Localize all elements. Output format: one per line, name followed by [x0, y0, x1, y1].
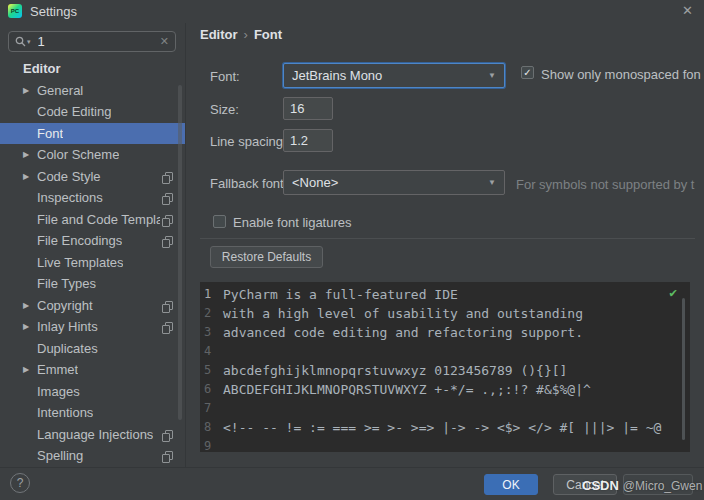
search-icon — [15, 36, 26, 47]
shared-settings-icon — [162, 215, 173, 226]
sidebar-item-copyright[interactable]: ▶Copyright — [0, 295, 185, 317]
preview-text: ABCDEFGHIJKLMNOPQRSTUVWXYZ +-*/= .,;:!? … — [223, 380, 591, 399]
sidebar-item-file-and-code-templates[interactable]: File and Code Templates — [0, 209, 185, 231]
sidebar-item-general[interactable]: ▶General — [0, 80, 185, 102]
chevron-right-icon[interactable]: ▶ — [23, 150, 37, 159]
preview-text: with a high level of usability and outst… — [223, 304, 583, 323]
checkmark-icon: ✓ — [523, 68, 531, 78]
sidebar-item-label: File Encodings — [37, 233, 122, 248]
close-icon[interactable]: ✕ — [682, 4, 693, 17]
preview-text: abcdefghijklmnopqrstuvwxyz 0123456789 ()… — [223, 361, 567, 380]
chevron-right-icon[interactable]: ▶ — [23, 365, 37, 374]
title-bar: PC Settings ✕ — [0, 0, 704, 22]
sidebar-item-label: Live Templates — [37, 255, 123, 270]
font-family-select[interactable]: JetBrains Mono ▼ — [283, 63, 505, 88]
line-number: 3 — [200, 323, 215, 342]
font-family-value: JetBrains Mono — [292, 68, 382, 83]
cancel-button[interactable]: Cancel — [553, 474, 617, 495]
preview-line: 7 — [200, 399, 690, 418]
sidebar-item-code-editing[interactable]: Code Editing — [0, 101, 185, 123]
sidebar-item-font[interactable]: Font — [0, 123, 185, 145]
preview-line: 2with a high level of usability and outs… — [200, 304, 690, 323]
window-title: Settings — [30, 4, 77, 19]
chevron-right-icon[interactable]: ▶ — [23, 301, 37, 310]
search-input[interactable] — [36, 33, 160, 50]
sidebar-divider — [185, 23, 186, 467]
preview-line: 3advanced code editing and refactoring s… — [200, 323, 690, 342]
analysis-ok-icon: ✔ — [669, 285, 677, 300]
pycharm-logo-icon: PC — [8, 4, 22, 18]
fallback-font-select[interactable]: <None> ▼ — [283, 170, 505, 195]
search-history-arrow-icon[interactable]: ▾ — [27, 38, 31, 46]
shared-settings-icon — [162, 322, 173, 333]
chevron-down-icon: ▼ — [488, 71, 496, 80]
breadcrumb-parent[interactable]: Editor — [200, 27, 238, 42]
line-number: 1 — [200, 285, 215, 304]
preview-text: PyCharm is a full-featured IDE — [223, 285, 458, 304]
line-number: 8 — [200, 418, 215, 437]
chevron-right-icon[interactable]: ▶ — [23, 322, 37, 331]
sidebar-item-editor[interactable]: Editor — [0, 58, 185, 80]
sidebar-item-label: Copyright — [37, 298, 93, 313]
sidebar-item-label: Images — [37, 384, 80, 399]
font-label: Font: — [210, 69, 240, 84]
line-number: 2 — [200, 304, 215, 323]
preview-line: 1PyCharm is a full-featured IDE — [200, 285, 690, 304]
sidebar-item-label: Code Style — [37, 169, 101, 184]
monospaced-only-label[interactable]: Show only monospaced fon — [541, 67, 701, 82]
shared-settings-icon — [162, 236, 173, 247]
chevron-right-icon[interactable]: ▶ — [23, 86, 37, 95]
breadcrumb-separator: › — [238, 27, 254, 42]
sidebar-item-code-style[interactable]: ▶Code Style — [0, 166, 185, 188]
help-button[interactable]: ? — [10, 473, 30, 493]
fallback-font-label: Fallback font: — [210, 176, 287, 191]
apply-button[interactable] — [623, 474, 693, 495]
sidebar-item-spelling[interactable]: Spelling — [0, 445, 185, 467]
sidebar-item-label: Font — [37, 126, 63, 141]
size-field[interactable] — [283, 97, 333, 120]
line-spacing-field[interactable] — [283, 129, 333, 152]
sidebar-scrollbar[interactable] — [178, 85, 182, 420]
preview-scrollbar[interactable] — [682, 298, 685, 440]
sidebar-item-images[interactable]: Images — [0, 381, 185, 403]
shared-settings-icon — [162, 193, 173, 204]
sidebar-item-file-encodings[interactable]: File Encodings — [0, 230, 185, 252]
preview-line: 9 — [200, 437, 690, 452]
shared-settings-icon — [162, 430, 173, 441]
breadcrumb: Editor›Font — [200, 27, 282, 42]
sidebar-item-duplicates[interactable]: Duplicates — [0, 338, 185, 360]
size-label: Size: — [210, 102, 239, 117]
restore-defaults-button[interactable]: Restore Defaults — [210, 246, 323, 268]
line-number: 7 — [200, 399, 215, 418]
sidebar-item-inspections[interactable]: Inspections — [0, 187, 185, 209]
sidebar-item-label: General — [37, 83, 83, 98]
sidebar-item-label: Spelling — [37, 448, 83, 463]
sidebar-item-color-scheme[interactable]: ▶Color Scheme — [0, 144, 185, 166]
line-number: 4 — [200, 342, 215, 361]
sidebar-item-label: File and Code Templates — [37, 212, 160, 227]
footer-divider — [0, 467, 704, 468]
line-number: 9 — [200, 437, 215, 452]
monospaced-only-checkbox[interactable]: ✓ — [521, 66, 534, 79]
font-preview-editor[interactable]: ✔ 1PyCharm is a full-featured IDE2with a… — [200, 282, 690, 452]
sidebar-item-file-types[interactable]: File Types — [0, 273, 185, 295]
sidebar-item-label: Duplicates — [37, 341, 98, 356]
chevron-right-icon[interactable]: ▶ — [23, 172, 37, 181]
ok-button[interactable]: OK — [484, 474, 538, 495]
sidebar-item-label: Editor — [23, 61, 61, 76]
search-clear-icon[interactable]: ✕ — [160, 35, 169, 48]
sidebar-item-live-templates[interactable]: Live Templates — [0, 252, 185, 274]
line-number: 6 — [200, 380, 215, 399]
sidebar-item-intentions[interactable]: Intentions — [0, 402, 185, 424]
sidebar-item-emmet[interactable]: ▶Emmet — [0, 359, 185, 381]
line-number: 5 — [200, 361, 215, 380]
sidebar-item-language-injections[interactable]: Language Injections — [0, 424, 185, 446]
font-ligatures-label[interactable]: Enable font ligatures — [233, 215, 352, 230]
sidebar-item-inlay-hints[interactable]: ▶Inlay Hints — [0, 316, 185, 338]
sidebar-item-label: Color Scheme — [37, 147, 119, 162]
sidebar-tree: Editor▶GeneralCode EditingFont▶Color Sch… — [0, 58, 185, 468]
settings-search-box[interactable]: ▾ ✕ — [8, 31, 176, 52]
font-ligatures-checkbox[interactable] — [213, 215, 226, 228]
sidebar-item-label: File Types — [37, 276, 96, 291]
preview-line: 8<!-- -- != := === >= >- >=> |-> -> <$> … — [200, 418, 690, 437]
